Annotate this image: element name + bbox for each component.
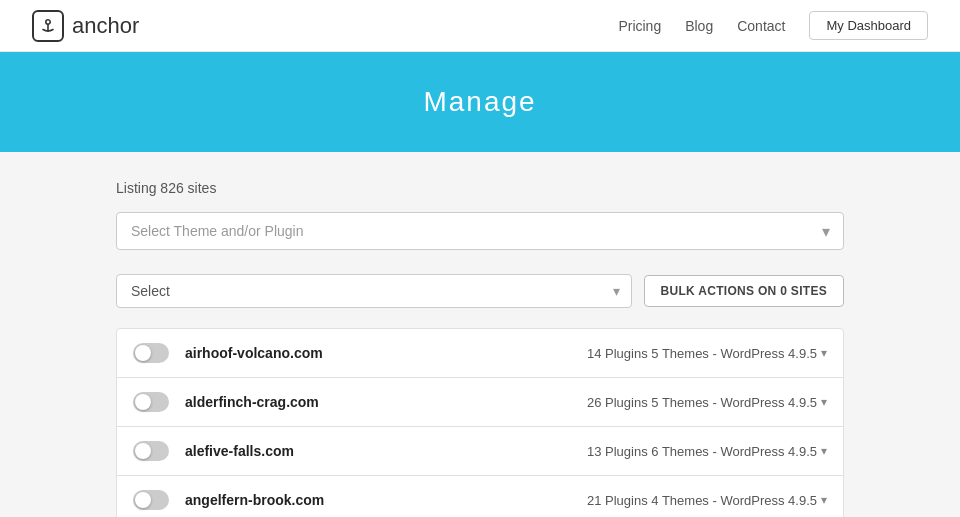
site-chevron-icon[interactable]: ▾ [821,444,827,458]
logo-icon [32,10,64,42]
site-info: 13 Plugins 6 Themes - WordPress 4.9.5 ▾ [587,444,827,459]
site-info: 26 Plugins 5 Themes - WordPress 4.9.5 ▾ [587,395,827,410]
site-name: angelfern-brook.com [185,492,571,508]
site-name: airhoof-volcano.com [185,345,571,361]
site-name: alderfinch-crag.com [185,394,571,410]
site-row: angelfern-brook.com21 Plugins 4 Themes -… [116,475,844,517]
logo-text: anchor [72,13,139,39]
header: anchor Pricing Blog Contact My Dashboard [0,0,960,52]
theme-plugin-select[interactable]: Select Theme and/or Plugin [116,212,844,250]
bulk-actions-button[interactable]: BULK ACTIONS ON 0 SITES [644,275,844,307]
site-chevron-icon[interactable]: ▾ [821,346,827,360]
site-name: alefive-falls.com [185,443,571,459]
bulk-actions-row: Select ▾ BULK ACTIONS ON 0 SITES [116,274,844,308]
theme-plugin-filter: Select Theme and/or Plugin ▾ [116,212,844,250]
select-filter[interactable]: Select [116,274,632,308]
hero-title: Manage [423,86,536,118]
hero-banner: Manage [0,52,960,152]
site-row: alderfinch-crag.com26 Plugins 5 Themes -… [116,377,844,427]
logo[interactable]: anchor [32,10,139,42]
main-nav: Pricing Blog Contact My Dashboard [618,11,928,40]
site-toggle[interactable] [133,441,169,461]
site-row: airhoof-volcano.com14 Plugins 5 Themes -… [116,328,844,378]
select-filter-wrapper: Select ▾ [116,274,632,308]
svg-point-0 [46,19,50,23]
site-info: 21 Plugins 4 Themes - WordPress 4.9.5 ▾ [587,493,827,508]
site-toggle[interactable] [133,343,169,363]
site-toggle[interactable] [133,490,169,510]
site-chevron-icon[interactable]: ▾ [821,493,827,507]
nav-contact[interactable]: Contact [737,18,785,34]
site-list: airhoof-volcano.com14 Plugins 5 Themes -… [116,328,844,517]
dashboard-button[interactable]: My Dashboard [809,11,928,40]
nav-pricing[interactable]: Pricing [618,18,661,34]
site-row: alefive-falls.com13 Plugins 6 Themes - W… [116,426,844,476]
main-content: Listing 826 sites Select Theme and/or Pl… [100,152,860,517]
nav-blog[interactable]: Blog [685,18,713,34]
site-info: 14 Plugins 5 Themes - WordPress 4.9.5 ▾ [587,346,827,361]
site-toggle[interactable] [133,392,169,412]
site-chevron-icon[interactable]: ▾ [821,395,827,409]
listing-count: Listing 826 sites [116,180,844,196]
